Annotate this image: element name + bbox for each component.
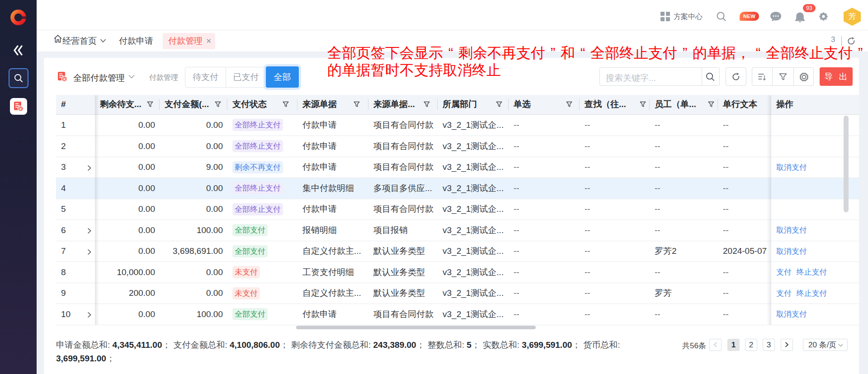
svg-text:¥: ¥ (63, 77, 66, 81)
svg-text:¥: ¥ (19, 107, 22, 111)
